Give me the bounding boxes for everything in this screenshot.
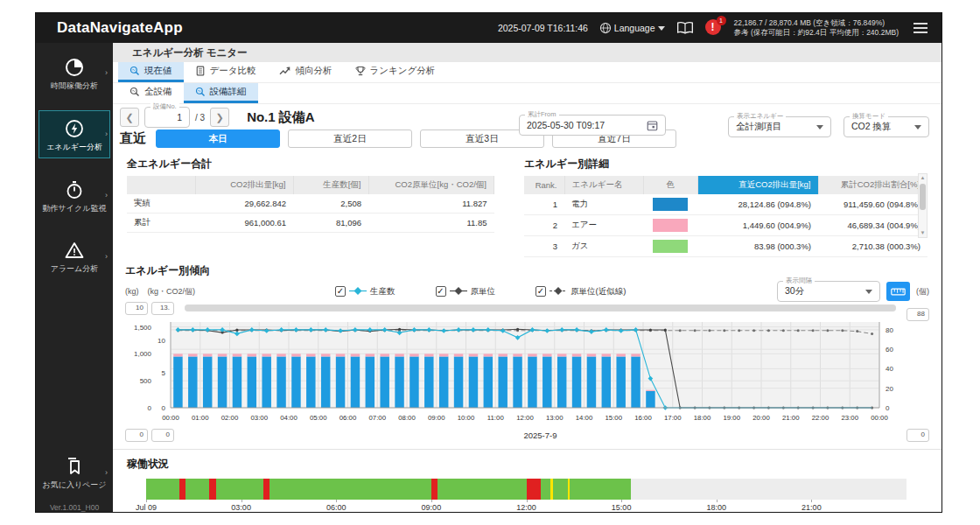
column-header: CO2原単位[kg・CO2/個] xyxy=(368,176,494,194)
row-label: 実績 xyxy=(127,194,195,214)
svg-text:0: 0 xyxy=(162,404,166,412)
svg-text:09:00: 09:00 xyxy=(428,414,445,422)
cumulative-ratio-cell: 911,459.60 (094.8%) xyxy=(818,194,928,215)
axis-tick xyxy=(146,500,147,502)
alert-badge: 1 xyxy=(717,16,726,25)
total-energy-title: 全エネルギー合計 xyxy=(127,157,494,172)
recent-co2-cell: 1,449.60 (004.9%) xyxy=(697,215,818,236)
checkbox-icon[interactable]: ✓ xyxy=(436,286,446,297)
column-header xyxy=(127,176,195,194)
sidebar-item-energy-analysis[interactable]: エネルギー分析› xyxy=(38,110,110,158)
cell-value: 11.827 xyxy=(368,194,494,214)
sidebar-item-time-operation-analysis[interactable]: 時間稼働分析› xyxy=(38,49,110,97)
conversion-mode-select[interactable]: 換算モード CO2 換算 xyxy=(844,116,929,137)
timeline-axis-label: 12:00 xyxy=(516,503,536,512)
scale-settings-button[interactable] xyxy=(886,282,910,301)
scroll-thumb[interactable] xyxy=(185,304,896,312)
globe-icon xyxy=(599,22,612,34)
display-interval-select[interactable]: 表示間隔 30分 xyxy=(777,281,880,302)
axis-max-count-input[interactable]: 88 xyxy=(906,308,929,321)
chevron-right-icon: › xyxy=(105,468,108,477)
energy-name-cell: 水 xyxy=(564,257,643,260)
row-label: 累計 xyxy=(127,214,195,233)
axis-min-kg-input[interactable]: 0 xyxy=(125,429,148,442)
detail-scrollbar[interactable]: ▲ ▼ xyxy=(918,173,928,238)
equipment-number-field[interactable]: 設備No. 1 xyxy=(144,107,190,128)
axis-tick xyxy=(717,500,718,502)
hamburger-menu-icon[interactable] xyxy=(910,19,931,37)
manual-book-button[interactable] xyxy=(676,21,694,35)
tab-current-value[interactable]: 現在値 xyxy=(118,62,184,82)
sidebar-item-label: エネルギー分析 xyxy=(41,143,108,152)
tab-equipment-detail[interactable]: 設備詳細 xyxy=(184,83,258,103)
tab-data-comparison[interactable]: データ比較 xyxy=(184,62,268,82)
total-energy-panel: 全エネルギー合計 CO2排出量[kg]生産数[個]CO2原単位[kg・CO2/個… xyxy=(127,155,494,260)
ruler-icon xyxy=(891,287,906,297)
svg-text:0: 0 xyxy=(148,404,152,412)
tab-all-equipment[interactable]: 全設備 xyxy=(118,83,184,103)
alarm-icon xyxy=(41,240,108,262)
next-equipment-button[interactable]: ❯ xyxy=(210,108,229,127)
energy-icon xyxy=(41,118,108,141)
energy-trend-panel: エネルギー別傾向 (kg) (kg・CO2/個) ✓生産数✓原単位✓原単位(近似… xyxy=(113,260,942,442)
checkbox-icon[interactable]: ✓ xyxy=(536,286,546,297)
axis-min-intensity-input[interactable]: 0 xyxy=(151,429,174,442)
tab-trend-analysis[interactable]: 傾向分析 xyxy=(268,62,344,82)
svg-text:12:00: 12:00 xyxy=(516,414,534,422)
scroll-down-icon[interactable]: ▼ xyxy=(920,229,926,237)
calendar-icon[interactable] xyxy=(647,120,658,131)
legend-label: 原単位(近似線) xyxy=(570,286,626,298)
energy-name-cell: エアー xyxy=(564,215,643,236)
timeline-axis-label: 21:00 xyxy=(802,503,822,512)
tab-ranking-analysis[interactable]: ランキング分析 xyxy=(344,62,447,82)
axis-min-count-input[interactable]: 0 xyxy=(906,429,929,442)
scroll-up-icon[interactable]: ▲ xyxy=(920,174,926,182)
sidebar-item-favorites[interactable]: お気に入りページ› xyxy=(38,448,110,496)
chart-horizontal-scrollbar[interactable] xyxy=(185,304,896,312)
legend-intensity-trend[interactable]: ✓原単位(近似線) xyxy=(536,286,626,298)
sidebar-item-alarm-analysis[interactable]: アラーム分析› xyxy=(38,232,110,280)
chart-date-label: 2025-7-9 xyxy=(174,430,906,440)
scroll-thumb[interactable] xyxy=(920,184,926,210)
rank-cell: 3 xyxy=(524,236,564,257)
checkbox-icon[interactable]: ✓ xyxy=(335,286,346,297)
cumulative-ratio-cell: 2,710.38 (000.3%) xyxy=(818,236,928,257)
stopwatch-icon xyxy=(41,179,108,202)
rank-cell: 1 xyxy=(524,194,564,215)
cell-value: 29,662.842 xyxy=(195,194,293,214)
operation-status-timeline xyxy=(146,479,906,500)
axis-tick xyxy=(336,500,337,502)
column-header: 生産数[個] xyxy=(293,176,368,194)
legend-production[interactable]: ✓生産数 xyxy=(335,286,396,298)
chevron-right-icon: › xyxy=(105,68,108,77)
prev-equipment-button[interactable]: ❮ xyxy=(120,108,139,127)
table-row: 1電力28,124.86 (094.8%)911,459.60 (094.8%) xyxy=(524,194,928,215)
display-interval-label: 表示間隔 xyxy=(783,276,815,285)
cumulative-from-field[interactable]: 累計From 2025-05-30 T09:17 xyxy=(519,115,666,136)
period-button-today[interactable]: 本日 xyxy=(156,130,280,148)
display-energy-select[interactable]: 表示エネルギー 全計測項目 xyxy=(728,116,831,137)
svg-text:1,000: 1,000 xyxy=(134,350,152,358)
energy-detail-title: エネルギー別詳細 xyxy=(524,157,928,172)
table-row: 2エアー1,449.60 (004.9%)46,689.34 (004.9%) xyxy=(524,215,928,236)
legend-intensity[interactable]: ✓原単位 xyxy=(436,286,496,298)
cell-value: 81,096 xyxy=(293,214,368,233)
color-cell xyxy=(643,215,697,236)
energy-detail-table: Rank.エネルギー名色直近CO2排出量[kg]累計CO2排出割合[%] xyxy=(524,176,928,194)
sidebar-item-cycle-monitoring[interactable]: 動作サイクル監視› xyxy=(38,172,110,220)
status-segment-stop xyxy=(431,479,438,500)
conversion-mode-label: 換算モード xyxy=(850,112,888,121)
pie-chart-icon xyxy=(41,57,108,80)
storage-status: 22,186.7 / 28,870.4 MB (空き領域：76.849%) 参考… xyxy=(734,18,899,38)
axis-max-intensity-input[interactable]: 13. xyxy=(151,302,174,315)
period-button-last-2-days[interactable]: 直近2日 xyxy=(288,130,412,148)
chevron-down-icon xyxy=(865,290,872,294)
svg-text:500: 500 xyxy=(140,377,152,385)
column-header-selected[interactable]: 直近CO2排出量[kg] xyxy=(697,176,818,194)
axis-max-kg-input[interactable]: 10 xyxy=(125,302,148,315)
svg-text:02:00: 02:00 xyxy=(221,414,239,422)
tab-label: データ比較 xyxy=(210,65,256,77)
svg-text:22:00: 22:00 xyxy=(812,414,830,422)
alert-button[interactable]: ! 1 xyxy=(705,19,723,37)
language-menu[interactable]: Language xyxy=(599,22,665,34)
